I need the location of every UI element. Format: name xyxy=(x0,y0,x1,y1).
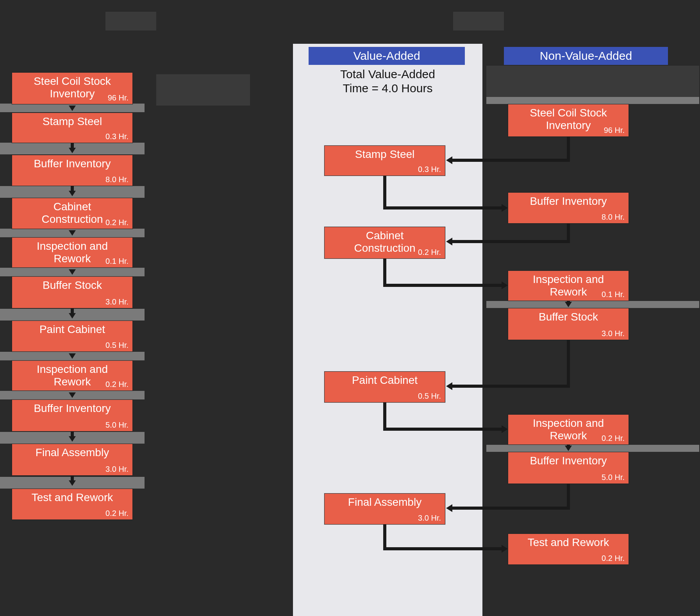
box-duration: 96 Hr. xyxy=(108,93,129,102)
box-duration: 0.2 Hr. xyxy=(602,554,625,563)
left-step-stamp-steel: Stamp Steel 0.3 Hr. xyxy=(12,113,133,143)
box-title: Buffer Stock xyxy=(508,308,629,323)
arrow-down-icon xyxy=(69,191,76,196)
nva-buffer-stock: Buffer Stock 3.0 Hr. xyxy=(508,308,629,340)
box-duration: 0.3 Hr. xyxy=(105,132,129,141)
nva-buffer-inventory-2: Buffer Inventory 5.0 Hr. xyxy=(508,452,629,484)
box-duration: 3.0 Hr. xyxy=(105,297,129,306)
va-total-line1: Total Value-Added xyxy=(340,68,435,81)
header-label: Value-Added xyxy=(353,49,420,62)
box-duration: 8.0 Hr. xyxy=(602,213,625,222)
box-duration: 3.0 Hr. xyxy=(602,329,625,338)
arrow-down-icon xyxy=(565,302,572,307)
arrow-down-icon xyxy=(565,446,572,451)
header-label: Non-Value-Added xyxy=(540,49,632,62)
box-title: Buffer Inventory xyxy=(12,155,132,170)
right-gray-band xyxy=(486,445,699,452)
arrow-down-icon xyxy=(69,353,76,359)
arrow-down-icon xyxy=(69,269,76,275)
va-stamp-steel: Stamp Steel 0.3 Hr. xyxy=(324,145,445,176)
nva-steel-coil: Steel Coil StockInventory 96 Hr. xyxy=(508,104,629,137)
va-cabinet-construction: CabinetConstruction 0.2 Hr. xyxy=(324,227,445,259)
left-step-buffer-inventory-1: Buffer Inventory 8.0 Hr. xyxy=(12,155,133,186)
header-value-added: Value-Added xyxy=(309,47,465,65)
header-non-value-added: Non-Value-Added xyxy=(504,47,668,65)
box-title: Buffer Stock xyxy=(12,277,132,292)
arrow-down-icon xyxy=(69,313,76,319)
box-duration: 0.5 Hr. xyxy=(418,392,441,401)
arrow-down-icon xyxy=(69,480,76,486)
box-title: Stamp Steel xyxy=(12,113,132,128)
nva-inspection-1: Inspection andRework 0.1 Hr. xyxy=(508,270,629,301)
redacted-label-right xyxy=(453,12,504,30)
box-duration: 3.0 Hr. xyxy=(418,514,441,523)
box-duration: 0.1 Hr. xyxy=(602,290,625,299)
box-title: Test and Rework xyxy=(508,534,629,549)
arrow-down-icon xyxy=(69,148,76,153)
box-title: Test and Rework xyxy=(12,489,132,504)
box-duration: 0.2 Hr. xyxy=(602,434,625,443)
arrow-down-icon xyxy=(69,392,76,398)
box-duration: 0.2 Hr. xyxy=(105,218,129,227)
nva-total-block xyxy=(486,66,699,97)
va-total-line2: Time = 4.0 Hours xyxy=(343,82,433,95)
left-step-inspection-2: Inspection andRework 0.2 Hr. xyxy=(12,360,133,391)
box-duration: 5.0 Hr. xyxy=(602,473,625,482)
box-duration: 5.0 Hr. xyxy=(105,421,129,430)
box-duration: 0.2 Hr. xyxy=(418,248,441,257)
box-duration: 0.2 Hr. xyxy=(105,380,129,389)
box-title: Paint Cabinet xyxy=(325,372,445,387)
box-title: Final Assembly xyxy=(12,444,132,459)
box-title: Buffer Inventory xyxy=(12,400,132,415)
diagram-stage: Steel Coil StockInventory 96 Hr. Stamp S… xyxy=(0,0,700,616)
redacted-label-left xyxy=(105,12,156,30)
box-duration: 8.0 Hr. xyxy=(105,175,129,184)
left-step-steel-coil: Steel Coil StockInventory 96 Hr. xyxy=(12,72,133,104)
arrow-down-icon xyxy=(69,230,76,236)
left-step-buffer-stock: Buffer Stock 3.0 Hr. xyxy=(12,276,133,308)
box-duration: 0.1 Hr. xyxy=(105,257,129,266)
nva-buffer-inventory-1: Buffer Inventory 8.0 Hr. xyxy=(508,192,629,224)
arrow-down-icon xyxy=(69,436,76,442)
left-step-inspection-1: Inspection andRework 0.1 Hr. xyxy=(12,237,133,268)
box-duration: 0.3 Hr. xyxy=(418,165,441,174)
va-paint-cabinet: Paint Cabinet 0.5 Hr. xyxy=(324,371,445,403)
redacted-text-block xyxy=(156,74,250,106)
left-step-test-rework: Test and Rework 0.2 Hr. xyxy=(12,489,133,520)
box-duration: 0.2 Hr. xyxy=(105,509,129,518)
box-duration: 3.0 Hr. xyxy=(105,465,129,474)
nva-test-rework: Test and Rework 0.2 Hr. xyxy=(508,534,629,565)
value-added-total: Total Value-Added Time = 4.0 Hours xyxy=(293,67,482,95)
box-title: Paint Cabinet xyxy=(12,321,132,336)
va-final-assembly: Final Assembly 3.0 Hr. xyxy=(324,493,445,525)
box-title: Stamp Steel xyxy=(325,146,445,161)
box-title: Final Assembly xyxy=(325,494,445,509)
right-gray-band xyxy=(486,301,699,308)
left-step-paint-cabinet: Paint Cabinet 0.5 Hr. xyxy=(12,321,133,352)
nva-inspection-2: Inspection andRework 0.2 Hr. xyxy=(508,414,629,445)
box-duration: 96 Hr. xyxy=(604,126,625,135)
arrow-down-icon xyxy=(69,106,76,111)
left-step-cabinet-construction: CabinetConstruction 0.2 Hr. xyxy=(12,198,133,229)
box-duration: 0.5 Hr. xyxy=(105,341,129,350)
value-added-panel: Total Value-Added Time = 4.0 Hours xyxy=(293,44,482,616)
box-title: Buffer Inventory xyxy=(508,452,629,467)
box-title: Buffer Inventory xyxy=(508,193,629,208)
left-step-buffer-inventory-2: Buffer Inventory 5.0 Hr. xyxy=(12,399,133,432)
left-step-final-assembly: Final Assembly 3.0 Hr. xyxy=(12,444,133,476)
right-gray-band xyxy=(486,97,699,104)
